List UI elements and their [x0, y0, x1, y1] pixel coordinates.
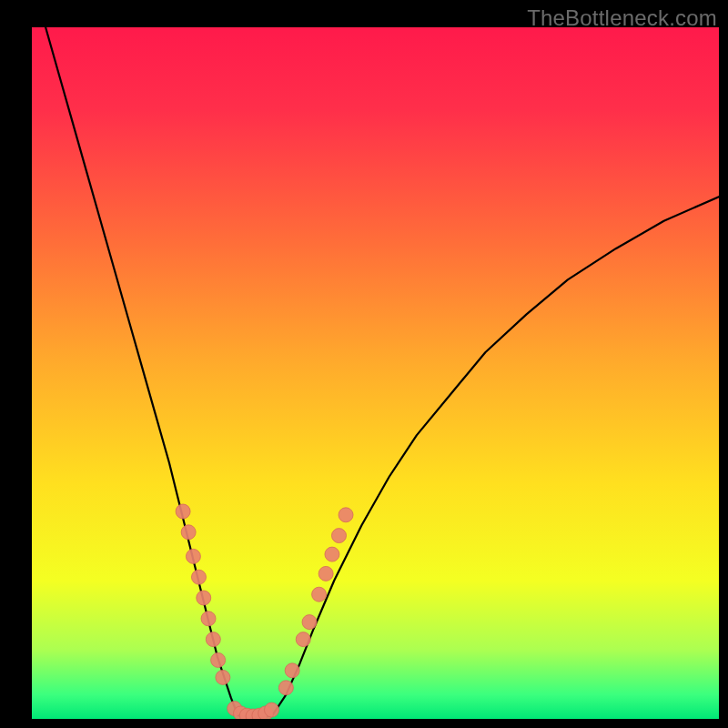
data-point: [197, 591, 211, 605]
data-point: [211, 652, 226, 667]
data-point: [285, 663, 299, 678]
data-point: [181, 525, 196, 540]
data-point: [318, 566, 333, 581]
series-group: [46, 27, 719, 717]
data-point: [201, 612, 216, 626]
data-point: [176, 504, 190, 519]
data-point: [278, 681, 293, 695]
data-point: [265, 703, 279, 717]
data-point: [312, 587, 327, 602]
data-point: [206, 632, 220, 647]
bottleneck-curve: [46, 27, 719, 717]
plot-area: [32, 27, 719, 719]
data-point: [191, 570, 206, 584]
watermark-text: TheBottleneck.com: [527, 5, 717, 31]
marker-group: [176, 504, 353, 719]
data-point: [325, 547, 339, 561]
data-point: [331, 529, 346, 543]
chart-svg: [32, 27, 719, 719]
data-point: [296, 632, 310, 647]
data-point: [216, 670, 230, 684]
data-point: [302, 615, 317, 630]
data-point: [186, 549, 200, 563]
chart-frame: TheBottleneck.com: [0, 0, 728, 728]
data-point: [339, 508, 353, 522]
